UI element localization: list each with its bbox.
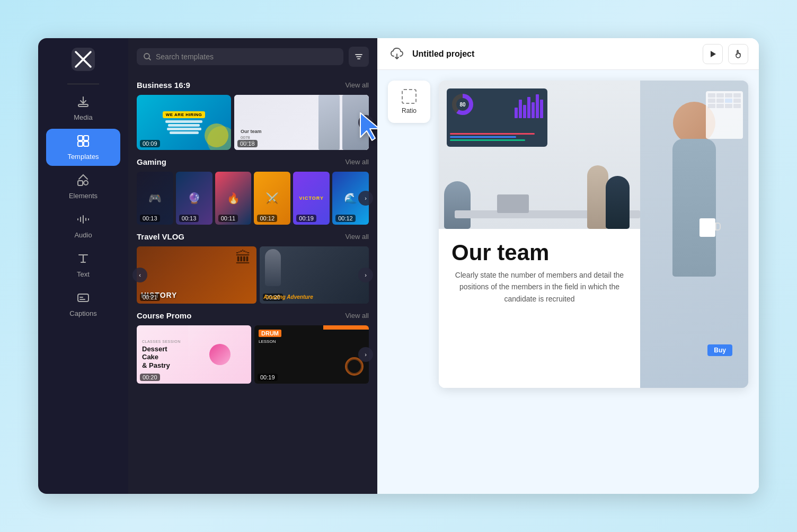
template-our-team[interactable]: Our team 0078 View all 00:18 bbox=[234, 95, 369, 150]
gaming-template-2[interactable]: 🔮 00:13 bbox=[176, 172, 212, 225]
hiring-badge-text: WE ARE HIRING bbox=[163, 111, 205, 118]
hand-button[interactable] bbox=[728, 44, 748, 64]
elements-label: Elements bbox=[69, 192, 98, 200]
sidebar-item-audio[interactable]: Audio bbox=[46, 207, 120, 244]
gaming-icon-4: ⚔️ bbox=[265, 192, 279, 205]
our-team-heading: Our team bbox=[451, 242, 627, 264]
preview-right-photo: Buy bbox=[640, 81, 748, 388]
travel-next-btn[interactable]: › bbox=[358, 268, 373, 282]
gaming-view-all[interactable]: View all bbox=[345, 158, 369, 166]
header-right bbox=[703, 44, 748, 64]
hiring-duration: 00:09 bbox=[140, 140, 160, 147]
search-input[interactable] bbox=[156, 52, 337, 61]
gaming-duration-4: 00:12 bbox=[257, 215, 277, 222]
gaming-template-1[interactable]: 🎮 00:13 bbox=[137, 172, 173, 225]
right-panel: Untitled project bbox=[377, 38, 759, 494]
gaming-duration-2: 00:13 bbox=[179, 215, 199, 222]
drum-sublabel: LESSON bbox=[259, 339, 276, 344]
gaming-template-5[interactable]: VICTORY 00:19 bbox=[293, 172, 330, 225]
business-section-header: Business 16:9 View all bbox=[137, 81, 369, 90]
gaming-template-3[interactable]: 🔥 00:11 bbox=[215, 172, 252, 225]
svg-rect-2 bbox=[78, 136, 83, 140]
history-duration: 00:21 bbox=[140, 294, 160, 301]
template-drum[interactable]: DRUM LESSON 00:19 bbox=[254, 325, 369, 384]
template-dessert[interactable]: CLASSES SESSION DessertCake& Pastry 00:2… bbox=[137, 325, 251, 384]
sidebar-item-media[interactable]: Media bbox=[46, 90, 120, 127]
svg-rect-8 bbox=[78, 294, 88, 302]
media-label: Media bbox=[74, 113, 92, 121]
templates-panel: Business 16:9 View all WE ARE HIRING bbox=[128, 38, 377, 494]
template-adventure[interactable]: Amazing Adventure 00:20 bbox=[260, 246, 369, 304]
sidebar-item-templates[interactable]: Templates bbox=[46, 129, 120, 166]
business-next-btn[interactable]: › bbox=[358, 115, 373, 130]
sidebar: Media Templates Elements bbox=[38, 38, 128, 494]
cloud-upload-icon[interactable] bbox=[388, 45, 406, 63]
search-icon bbox=[143, 52, 152, 61]
preview-meeting-image: 80 bbox=[439, 81, 640, 229]
drum-label: DRUM bbox=[259, 330, 281, 337]
audio-icon bbox=[76, 212, 90, 228]
travel-section-title: Travel VLOG bbox=[137, 232, 184, 241]
business-view-all[interactable]: View all bbox=[345, 81, 369, 89]
right-header: Untitled project bbox=[377, 38, 759, 70]
travel-templates-row: 🏛 HISTORY 00:21 Amazing Advent bbox=[137, 246, 369, 304]
play-button[interactable] bbox=[703, 44, 723, 64]
search-input-wrap[interactable] bbox=[137, 48, 343, 65]
travel-prev-btn[interactable]: ‹ bbox=[132, 268, 147, 282]
gaming-section-title: Gaming bbox=[137, 157, 166, 166]
gaming-section-header: Gaming View all bbox=[137, 157, 369, 166]
our-team-group: Our team 0078 View all 00:18 bbox=[234, 95, 369, 150]
filter-button[interactable] bbox=[349, 47, 369, 67]
ratio-icon bbox=[402, 89, 417, 104]
template-history[interactable]: 🏛 HISTORY 00:21 bbox=[137, 246, 256, 304]
drum-duration: 00:19 bbox=[258, 374, 278, 381]
sidebar-item-elements[interactable]: Elements bbox=[46, 168, 120, 205]
course-view-all[interactable]: View all bbox=[345, 312, 369, 320]
ratio-label: Ratio bbox=[402, 107, 417, 114]
ratio-panel: Ratio bbox=[388, 81, 430, 123]
travel-view-all[interactable]: View all bbox=[345, 233, 369, 241]
person-silhouette: Buy bbox=[640, 81, 748, 388]
filter-icon bbox=[355, 52, 363, 61]
template-hiring[interactable]: WE ARE HIRING 00:09 bbox=[137, 95, 231, 150]
buy-button[interactable]: Buy bbox=[707, 344, 732, 356]
canvas-preview: 80 bbox=[439, 81, 748, 388]
captions-icon bbox=[76, 291, 90, 307]
gaming-icon-1: 🎮 bbox=[148, 192, 162, 205]
audio-label: Audio bbox=[74, 231, 92, 239]
svg-rect-6 bbox=[78, 181, 83, 185]
gaming-templates-row: 🎮 00:13 🔮 00:13 🔥 00:11 ⚔️ 00:12 bbox=[137, 172, 369, 225]
our-team-description: Clearly state the number of members and … bbox=[451, 269, 627, 305]
sidebar-item-captions[interactable]: Captions bbox=[46, 286, 120, 323]
media-icon bbox=[76, 95, 90, 111]
hand-icon bbox=[734, 49, 742, 59]
text-icon bbox=[76, 252, 90, 268]
preview-text-block: Our team Clearly state the number of mem… bbox=[439, 229, 640, 388]
templates-scroll[interactable]: Business 16:9 View all WE ARE HIRING bbox=[128, 73, 377, 494]
business-section-title: Business 16:9 bbox=[137, 81, 190, 90]
ratio-button[interactable]: Ratio bbox=[388, 81, 430, 123]
play-icon bbox=[709, 50, 717, 58]
elements-icon bbox=[76, 173, 90, 189]
sidebar-item-text[interactable]: Text bbox=[46, 246, 120, 283]
course-next-btn[interactable]: › bbox=[358, 347, 373, 362]
gaming-icon-2: 🔮 bbox=[188, 192, 201, 205]
hiring-lines bbox=[165, 120, 202, 134]
gaming-next-btn[interactable]: › bbox=[358, 191, 373, 206]
gaming-duration-1: 00:13 bbox=[140, 215, 160, 222]
dessert-title: DessertCake& Pastry bbox=[142, 345, 170, 370]
preview-left: 80 bbox=[439, 81, 640, 388]
captions-label: Captions bbox=[69, 309, 96, 317]
gaming-duration-5: 00:19 bbox=[296, 215, 316, 222]
svg-point-7 bbox=[84, 181, 88, 185]
gaming-template-4[interactable]: ⚔️ 00:12 bbox=[254, 172, 290, 225]
svg-rect-3 bbox=[84, 136, 88, 140]
gaming-icon-3: 🔥 bbox=[227, 192, 240, 205]
sidebar-divider bbox=[67, 84, 99, 84]
history-arch-icon: 🏛 bbox=[235, 249, 251, 267]
course-templates-row: CLASSES SESSION DessertCake& Pastry 00:2… bbox=[137, 325, 369, 384]
adventure-label: Amazing Adventure bbox=[263, 294, 313, 300]
dessert-duration: 00:20 bbox=[140, 374, 160, 381]
gaming-duration-3: 00:11 bbox=[218, 215, 238, 222]
gaming-duration-6: 00:12 bbox=[335, 215, 356, 222]
